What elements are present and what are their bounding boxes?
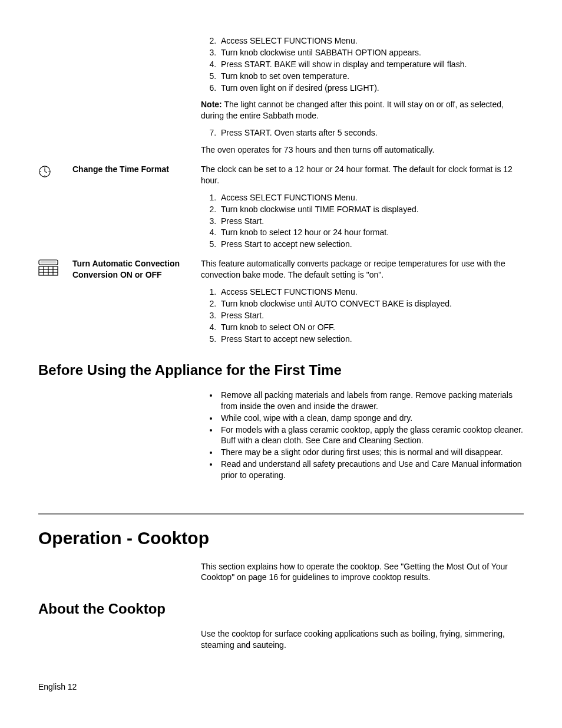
sabbath-after-text: The oven operates for 73 hours and then … <box>201 144 524 156</box>
list-item: Turn oven light on if desired (press LIG… <box>219 83 524 94</box>
sabbath-steps-row: Access SELECT FUNCTIONS Menu. Turn knob … <box>38 35 524 162</box>
note-label: Note: <box>201 100 222 109</box>
list-item: Access SELECT FUNCTIONS Menu. <box>219 192 524 203</box>
svg-rect-8 <box>41 262 56 263</box>
auto-convect-intro: This feature automatically converts pack… <box>201 258 524 281</box>
list-item: For models with a glass ceramic cooktop,… <box>219 424 524 447</box>
before-using-heading: Before Using the Appliance for the First… <box>38 361 524 380</box>
list-item: Press START. Oven starts after 5 seconds… <box>219 127 524 139</box>
list-item: There may be a slight odor during first … <box>219 447 524 458</box>
auto-convect-row: Turn Automatic Convection Conversion ON … <box>38 258 524 350</box>
list-item: Press START. BAKE will show in display a… <box>219 59 524 70</box>
auto-convect-steps: Access SELECT FUNCTIONS Menu. Turn knob … <box>201 286 524 344</box>
about-cooktop-heading: About the Cooktop <box>38 599 524 618</box>
list-item: While cool, wipe with a clean, damp spon… <box>219 413 524 424</box>
before-using-row: Remove all packing materials and labels … <box>38 390 524 487</box>
list-item: Turn knob clockwise until AUTO CONVECT B… <box>219 298 524 309</box>
sabbath-note: Note: The light cannot be changed after … <box>201 99 524 121</box>
auto-convect-label: Turn Automatic Convection Conversion ON … <box>72 258 201 350</box>
operation-intro-text: This section explains how to operate the… <box>201 561 524 584</box>
sabbath-steps-list-cont: Press START. Oven starts after 5 seconds… <box>201 127 524 139</box>
list-item: Turn knob to select 12 hour or 24 hour f… <box>219 227 524 238</box>
list-item: Turn knob to set oven temperature. <box>219 71 524 82</box>
page-footer: English 12 <box>38 681 77 693</box>
list-item: Read and understand all safety precautio… <box>219 459 524 481</box>
time-format-intro: The clock can be set to a 12 hour or 24 … <box>201 164 524 186</box>
list-item: Press Start. <box>219 216 524 227</box>
before-using-list: Remove all packing materials and labels … <box>201 390 524 481</box>
time-format-label: Change the Time Format <box>72 164 201 256</box>
list-item: Press Start to accept new selection. <box>219 334 524 345</box>
sabbath-steps-list: Access SELECT FUNCTIONS Menu. Turn knob … <box>201 35 524 93</box>
list-item: Press Start to accept new selection. <box>219 239 524 250</box>
section-divider <box>38 513 524 515</box>
list-item: Press Start. <box>219 310 524 321</box>
about-cooktop-text: Use the cooktop for surface cooking appl… <box>201 628 524 651</box>
time-format-steps: Access SELECT FUNCTIONS Menu. Turn knob … <box>201 192 524 250</box>
list-item: Access SELECT FUNCTIONS Menu. <box>219 286 524 298</box>
list-item: Remove all packing materials and labels … <box>219 390 524 412</box>
note-text: The light cannot be changed after this p… <box>201 100 504 120</box>
operation-intro-row: This section explains how to operate the… <box>38 561 524 589</box>
list-item: Turn knob to select ON or OFF. <box>219 322 524 333</box>
operation-cooktop-heading: Operation - Cooktop <box>38 526 524 551</box>
svg-line-2 <box>45 172 47 173</box>
list-item: Access SELECT FUNCTIONS Menu. <box>219 35 524 47</box>
clock-icon <box>38 170 51 180</box>
time-format-row: Change the Time Format The clock can be … <box>38 164 524 256</box>
about-cooktop-row: Use the cooktop for surface cooking appl… <box>38 628 524 657</box>
oven-grid-icon <box>38 268 58 278</box>
list-item: Turn knob clockwise until SABBATH OPTION… <box>219 47 524 58</box>
list-item: Turn knob clockwise until TIME FORMAT is… <box>219 204 524 215</box>
